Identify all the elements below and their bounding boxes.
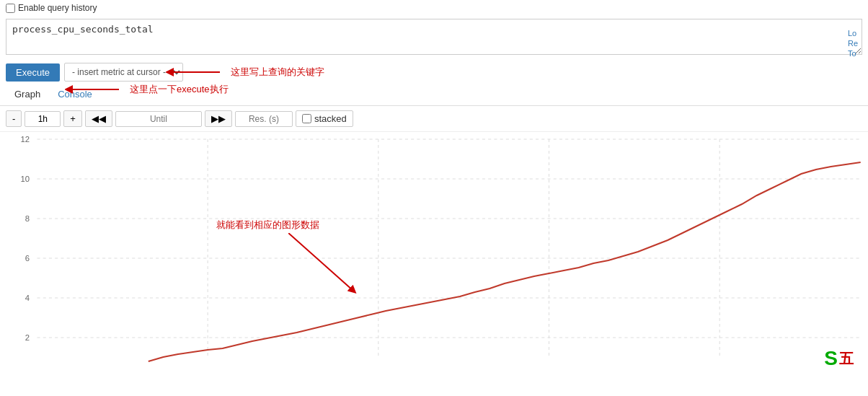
- query-input[interactable]: process_cpu_seconds_total: [6, 19, 862, 55]
- right-sidebar: Lo Re To: [848, 29, 868, 58]
- time-plus-button[interactable]: +: [63, 110, 82, 127]
- arrow-3-svg: [288, 233, 433, 305]
- stacked-control[interactable]: stacked: [296, 110, 353, 127]
- arrow-2-svg: [65, 79, 123, 100]
- sidebar-item-re[interactable]: Re: [848, 39, 868, 48]
- stacked-checkbox[interactable]: [302, 114, 311, 123]
- time-forward-button[interactable]: ▶▶: [205, 110, 232, 127]
- time-range-input[interactable]: [25, 111, 61, 127]
- annotation-3: 就能看到相应的图形数据: [216, 219, 319, 232]
- top-bar: Enable query history: [0, 0, 868, 16]
- svg-text:4: 4: [25, 294, 30, 302]
- tabs-bar: Graph Console 这里点一下execute执行: [0, 84, 868, 106]
- until-input[interactable]: [115, 111, 202, 127]
- watermark-s: S: [824, 347, 838, 370]
- svg-line-18: [288, 233, 353, 291]
- annotation-text-2: 这里点一下execute执行: [130, 83, 229, 96]
- chart-line: [149, 162, 861, 361]
- arrow-1-svg: [166, 61, 223, 83]
- svg-text:2: 2: [25, 333, 30, 342]
- query-area: process_cpu_seconds_total: [0, 16, 868, 60]
- enable-query-history-label: Enable query history: [18, 3, 97, 13]
- stacked-label: stacked: [314, 113, 347, 124]
- sidebar-item-lo[interactable]: Lo: [848, 29, 868, 38]
- tab-graph[interactable]: Graph: [6, 84, 49, 105]
- annotation-text-1: 这里写上查询的关键字: [231, 66, 324, 79]
- annotation-1: 这里写上查询的关键字: [231, 66, 324, 79]
- enable-query-history-checkbox[interactable]: [6, 4, 15, 13]
- execute-button[interactable]: Execute: [6, 63, 60, 82]
- sidebar-item-to[interactable]: To: [848, 49, 868, 58]
- annotation-2: 这里点一下execute执行: [130, 83, 229, 96]
- time-back-button[interactable]: ◀◀: [85, 110, 112, 127]
- metric-select-dropdown[interactable]: - insert metric at cursor -: [65, 63, 182, 81]
- res-input[interactable]: [235, 111, 293, 127]
- enable-query-history-wrap[interactable]: Enable query history: [6, 3, 97, 13]
- graph-controls: - + ◀◀ ▶▶ stacked: [0, 106, 868, 132]
- chart-svg: 12 10 8 6 4 2: [0, 132, 868, 377]
- svg-text:6: 6: [25, 254, 30, 263]
- svg-text:8: 8: [25, 214, 30, 223]
- svg-text:12: 12: [21, 135, 30, 144]
- watermark: S 五: [824, 347, 854, 370]
- annotation-text-3: 就能看到相应的图形数据: [216, 219, 319, 230]
- watermark-text: 五: [839, 349, 854, 369]
- svg-text:10: 10: [21, 175, 30, 183]
- chart-area: 12 10 8 6 4 2 就能看到相应的图形数据: [0, 132, 868, 377]
- time-minus-button[interactable]: -: [6, 110, 22, 127]
